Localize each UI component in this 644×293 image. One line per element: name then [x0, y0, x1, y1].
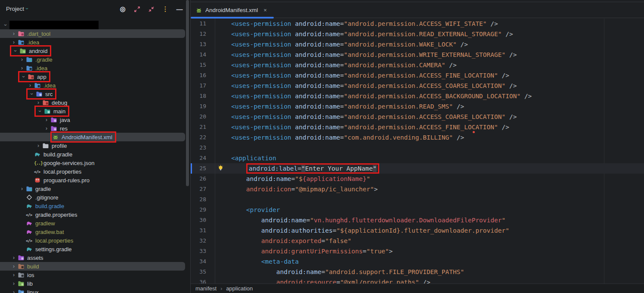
tree-item-lib[interactable]: › lib [0, 279, 190, 288]
tree-chevron-icon[interactable]: › [12, 47, 19, 55]
breadcrumb-manifest[interactable]: manifest [195, 285, 217, 292]
tree-item-src[interactable]: › src [0, 90, 190, 98]
tree-chevron-icon[interactable]: › [29, 90, 35, 98]
tree-item-app[interactable]: › app [0, 72, 190, 81]
tree-chevron-icon[interactable]: › [10, 272, 18, 278]
tree-item-profile[interactable]: › profile [0, 141, 190, 150]
tree-item-label: .dart_tool [26, 31, 50, 37]
tree-item-label: java [59, 117, 70, 123]
tree-chevron-icon[interactable]: › [21, 73, 27, 81]
tree-chevron-icon[interactable]: › [18, 65, 26, 71]
tree-chevron-icon[interactable]: › [10, 255, 18, 261]
tree-chevron-icon[interactable]: › [10, 281, 18, 287]
intention-bulb-icon[interactable] [217, 165, 224, 173]
tree-chevron-icon[interactable]: › [10, 31, 18, 37]
tree-item-gradle-properties[interactable]: </>gradle.properties [0, 210, 190, 219]
tree-item-main[interactable]: › main [0, 107, 190, 115]
redacted-project-name [9, 21, 99, 30]
line-number: 22 [191, 132, 215, 143]
code-text: <uses-permission android:name="android.p… [216, 81, 517, 91]
line-number: 17 [191, 81, 215, 91]
tree-item-gradlew-bat[interactable]: gradlew.bat [0, 228, 190, 236]
tree-item-label: settings.gradle [34, 246, 72, 252]
code-text: android:name="${applicationName}" [216, 174, 370, 184]
tree-item-gradlew[interactable]: gradlew [0, 219, 190, 228]
folder-icon-assets [18, 254, 26, 261]
line-number: 21 [191, 122, 215, 132]
tree-chevron-icon[interactable]: › [43, 117, 50, 123]
tree-chevron-icon[interactable]: › [34, 100, 42, 106]
folder-icon-java [50, 116, 59, 123]
expand-all-icon[interactable] [133, 5, 141, 13]
code-text: <uses-permission android:name="android.p… [216, 50, 517, 60]
tree-item-java[interactable]: › java [0, 115, 190, 124]
tree-item-assets[interactable]: › assets [0, 253, 190, 262]
folder-icon-ios [18, 271, 26, 278]
tree-item-root-redacted[interactable]: › [0, 21, 190, 29]
line-number: 23 [191, 143, 215, 153]
tree-item-linux[interactable]: › linux [0, 288, 190, 293]
tree-item-build-gradle[interactable]: build.gradle [0, 202, 190, 210]
tab-close-icon[interactable]: × [263, 7, 267, 13]
tree-item-label: gradle.properties [34, 212, 77, 218]
tree-item-android[interactable]: › android [0, 47, 190, 55]
tree-item--gitignore[interactable]: .gitignore [0, 193, 190, 202]
tree-item-label: app [36, 74, 46, 80]
tree-item--dart-tool[interactable]: › .dart_tool [0, 29, 185, 38]
tree-item-local-properties[interactable]: </>local.properties [0, 236, 190, 245]
tree-chevron-icon[interactable]: › [43, 125, 50, 131]
tree-item-proguard-rules-pro[interactable]: proguard-rules.pro [0, 176, 190, 184]
line-number: 12 [191, 29, 215, 39]
breadcrumb: manifest › application [191, 284, 644, 293]
project-panel-header: Project › ◎ ⋮— [0, 0, 190, 19]
locate-target-icon[interactable]: ◎ [119, 5, 127, 13]
tree-chevron-icon[interactable]: › [37, 107, 43, 115]
tree-item-build-gradle[interactable]: build.gradle [0, 150, 190, 159]
collapse-all-icon[interactable] [147, 5, 155, 13]
folder-icon-main [44, 108, 53, 115]
tree-item-androidmanifest-xml[interactable]: AndroidManifest.xml [0, 133, 185, 141]
tree-item-build[interactable]: › build [0, 262, 185, 271]
code-line-19: 19 <uses-permission android:name="androi… [191, 101, 644, 112]
code-line-36: 36 android:resource="@xml/provider_paths… [191, 277, 644, 284]
hide-panel-icon[interactable]: — [176, 5, 183, 13]
tree-chevron-icon[interactable]: › [10, 39, 18, 45]
ide-window: Project › ◎ ⋮— ›› .dart_tool› .idea› and… [0, 0, 644, 293]
line-number: 14 [191, 50, 215, 60]
tree-item-ios[interactable]: › ios [0, 271, 190, 279]
tree-item-google-services-json[interactable]: {..}google-services.json [0, 159, 190, 167]
tab-androidmanifest[interactable]: AndroidManifest.xml × [191, 2, 274, 18]
more-options-icon[interactable]: ⋮ [161, 5, 169, 13]
folder-icon-idea [34, 82, 43, 89]
tree-item-label: build.gradle [43, 151, 72, 158]
folder-icon-idea [18, 39, 26, 46]
project-view-selector[interactable]: Project › [6, 6, 28, 12]
project-tree-scrollbar[interactable] [186, 0, 189, 186]
breadcrumb-application[interactable]: application [226, 285, 253, 292]
tree-chevron-icon[interactable]: › [18, 56, 26, 62]
tree-item-label: gradlew [34, 220, 55, 227]
project-view-label: Project [6, 6, 24, 12]
tree-chevron-icon[interactable]: › [26, 82, 34, 88]
tree-chevron-icon[interactable]: › [3, 21, 9, 29]
tree-item-label: main [53, 108, 65, 115]
tree-item-settings-gradle[interactable]: settings.gradle [0, 245, 190, 253]
line-number: 20 [191, 112, 215, 122]
code-text: <uses-permission android:name="android.p… [216, 122, 509, 132]
line-number: 27 [191, 184, 215, 194]
tree-item-debug[interactable]: › debug [0, 98, 190, 107]
tree-item--gradle[interactable]: › .gradle [0, 55, 190, 64]
tree-item-gradle[interactable]: › gradle [0, 184, 190, 193]
tree-chevron-icon[interactable]: › [34, 143, 42, 149]
editor-tab-bar: AndroidManifest.xml × [191, 2, 644, 18]
line-number: 18 [191, 91, 215, 101]
tab-title: AndroidManifest.xml [205, 7, 258, 13]
code-area[interactable]: 11 <uses-permission android:name="androi… [191, 19, 644, 284]
folder-icon-res [50, 125, 59, 132]
tree-item-label: .idea [26, 39, 39, 46]
tree-item-local-properties[interactable]: </>local.properties [0, 167, 190, 176]
tree-chevron-icon[interactable]: › [10, 263, 18, 269]
line-number: 16 [191, 70, 215, 81]
tree-chevron-icon[interactable]: › [10, 289, 18, 293]
tree-chevron-icon[interactable]: › [18, 186, 26, 192]
